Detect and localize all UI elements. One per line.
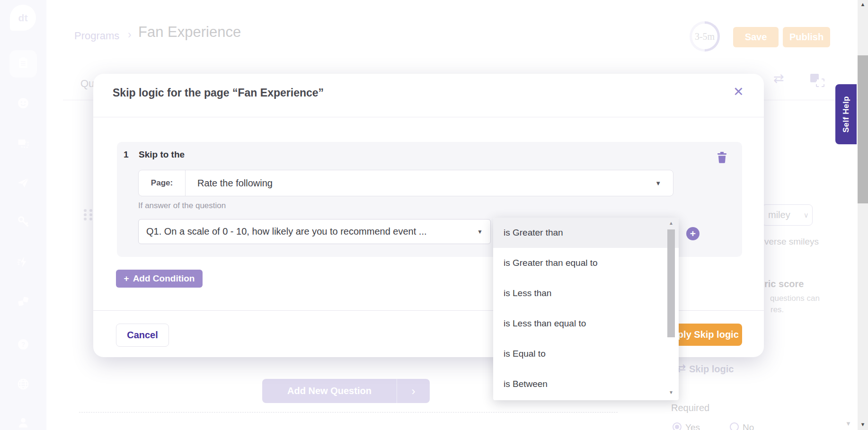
dropdown-option[interactable]: is Equal to [493, 339, 679, 369]
dropdown-option[interactable]: is Greater than [493, 218, 679, 248]
dropdown-option[interactable]: is Less than [493, 278, 679, 308]
app-window: dt ? Programs › Fan E [0, 0, 868, 430]
dropdown-option[interactable]: is Greater than equal to [493, 248, 679, 278]
cancel-button[interactable]: Cancel [116, 324, 169, 347]
add-condition-label: Add Condition [133, 273, 195, 284]
dropdown-option[interactable]: is Between [493, 369, 679, 399]
if-answer-label: If answer of the question [138, 201, 226, 211]
modal-header-divider [93, 117, 764, 117]
self-help-label: Self Help [841, 96, 851, 132]
scroll-down-icon[interactable]: ▼ [858, 421, 868, 427]
chevron-down-icon: ▼ [477, 228, 483, 235]
modal-title: Skip logic for the page “Fan Experience” [113, 87, 324, 99]
page-select-label: Page: [139, 170, 186, 196]
dropdown-scroll-up-icon[interactable]: ▲ [666, 220, 676, 226]
question-select[interactable]: Q1. On a scale of 0 - 10, how likely are… [138, 219, 491, 244]
add-condition-button[interactable]: + Add Condition [116, 270, 203, 288]
question-select-value: Q1. On a scale of 0 - 10, how likely are… [146, 226, 472, 237]
add-operator-button[interactable]: + [686, 227, 700, 240]
plus-icon: + [124, 273, 129, 284]
page-select-value: Rate the following [186, 178, 655, 189]
condition-index: 1 [124, 149, 129, 160]
condition-heading: Skip to the [139, 149, 185, 160]
operator-dropdown: is Greater than is Greater than equal to… [493, 218, 679, 400]
scroll-up-icon[interactable]: ▲ [858, 1, 868, 7]
self-help-tab[interactable]: Self Help [835, 84, 857, 144]
page-scrollbar-thumb[interactable] [858, 55, 868, 203]
dropdown-scrollbar-thumb[interactable] [667, 229, 675, 337]
dropdown-option[interactable]: is Less than equal to [493, 308, 679, 339]
trash-icon[interactable] [717, 151, 727, 166]
close-icon[interactable]: ✕ [733, 84, 744, 99]
dropdown-scroll-down-icon[interactable]: ▼ [666, 390, 676, 395]
chevron-down-icon: ▼ [655, 180, 661, 187]
page-select[interactable]: Page: Rate the following ▼ [138, 170, 673, 196]
